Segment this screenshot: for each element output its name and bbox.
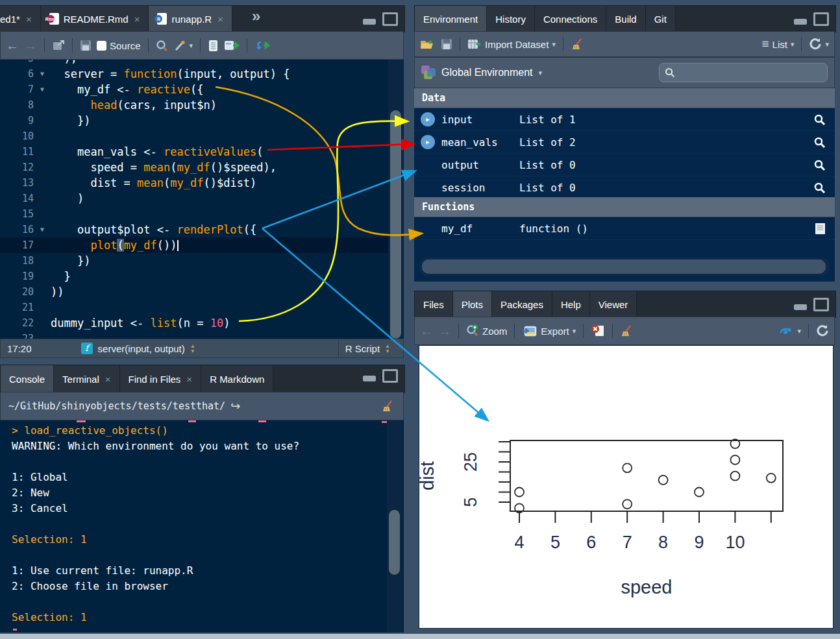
inspect-object-icon[interactable] [813,114,826,126]
source-script-icon[interactable] [254,40,271,51]
minimize-pane-icon[interactable] [363,19,376,25]
code-line-14[interactable]: 14 ) [0,191,388,206]
code-line-6[interactable]: 6▼ server = function(input, output) { [0,66,388,82]
previous-plot-icon[interactable]: ← [420,324,433,337]
tab-files[interactable]: Files [415,291,453,317]
tab-readme-rmd[interactable]: Rmd README.Rmd × [41,6,149,32]
maximize-pane-icon[interactable] [813,298,829,311]
import-dataset-button[interactable]: Import Dataset ▾ [467,38,556,50]
tab-viewer[interactable]: Viewer [590,291,637,317]
environment-object-row-session[interactable]: sessionList of 0 [414,176,835,199]
fold-arrow-icon[interactable]: ▼ [34,222,51,237]
open-new-window-icon[interactable] [52,40,65,51]
code-tools-button[interactable]: ▾ [173,40,193,52]
close-icon[interactable]: × [134,14,140,25]
close-icon[interactable]: × [105,374,111,385]
code-line-8[interactable]: 8 head(cars, input$n) [0,97,388,113]
tab-help[interactable]: Help [552,291,590,317]
next-plot-icon[interactable]: → [438,324,451,337]
code-line-11[interactable]: 11 mean_vals <- reactiveValues( [0,144,388,160]
close-icon[interactable]: × [26,14,32,25]
code-line-13[interactable]: 13 dist = mean(my_df()$dist) [0,175,388,191]
tab-packages[interactable]: Packages [492,291,552,317]
zoom-plot-button[interactable]: Zoom [466,324,507,337]
maximize-pane-icon[interactable] [382,369,398,383]
forward-icon[interactable]: → [24,39,37,52]
inspect-object-icon[interactable] [813,182,826,194]
load-workspace-folder-icon[interactable] [420,38,436,50]
chevron-down-icon[interactable]: ▾ [539,69,543,77]
save-workspace-icon[interactable] [441,38,452,50]
tab-ed1[interactable]: ed1* × [0,6,41,32]
environment-hscrollbar[interactable] [419,258,830,276]
close-icon[interactable]: × [186,374,192,385]
find-replace-icon[interactable] [156,40,168,52]
code-line-7[interactable]: 7▼ my_df <- reactive({ [0,82,388,97]
export-plot-button[interactable]: Export ▾ [522,325,576,337]
inspect-object-icon[interactable] [813,136,826,149]
code-line-23[interactable]: 23 [0,331,388,339]
code-line-9[interactable]: 9 }) [0,113,388,128]
tab-build[interactable]: Build [606,6,645,32]
run-line-icon[interactable] [224,40,240,51]
save-icon[interactable] [80,40,92,51]
environment-search-box[interactable] [659,63,828,82]
tab-r-markdown[interactable]: R Markdown [201,365,273,392]
minimize-pane-icon[interactable] [794,19,807,25]
plot-canvas[interactable]: 45678910525speeddist [419,345,834,629]
fold-arrow-icon[interactable]: ▼ [34,82,51,97]
tab-environment[interactable]: Environment [415,6,487,32]
back-icon[interactable]: ← [6,39,19,52]
environment-object-row-output[interactable]: outputList of 0 [414,154,835,176]
maximize-pane-icon[interactable] [813,12,829,26]
clear-console-broom-icon[interactable] [381,400,395,413]
code-line-12[interactable]: 12 speed = mean(my_df()$speed), [0,160,388,175]
code-line-19[interactable]: 19 } [0,269,388,284]
code-line-22[interactable]: 22dummy_input <- list(n = 10) [0,315,388,331]
refresh-plot-icon[interactable] [816,324,829,337]
console-scrollbar[interactable] [387,420,402,633]
editor-scrollbar[interactable] [388,60,404,339]
environment-object-row-input[interactable]: ▶inputList of 1 [414,108,835,131]
environment-object-row-my_df[interactable]: my_dffunction () [414,217,835,240]
remove-plot-icon[interactable] [591,324,605,337]
code-line-10[interactable]: 10 [0,128,388,144]
tab-connections[interactable]: Connections [535,6,606,32]
tab-find-in-files[interactable]: Find in Files× [120,365,202,392]
tab-history[interactable]: History [487,6,535,32]
clear-all-plots-broom-icon[interactable] [620,324,634,337]
tab-overflow-icon[interactable]: » [232,6,260,32]
tab-console[interactable]: Console [1,365,54,392]
search-input[interactable] [679,67,811,78]
console-output[interactable]: > load_reactive_objects()WARNING: Which … [0,420,404,633]
minimize-pane-icon[interactable] [363,376,376,381]
code-line-16[interactable]: 16▼ output$plot <- renderPlot({ [0,222,388,237]
maximize-pane-icon[interactable] [382,12,398,26]
expand-object-icon[interactable]: ▶ [421,135,435,149]
source-on-save-checkbox[interactable]: Source [97,40,141,51]
code-line-15[interactable]: 15 [0,206,388,222]
view-mode-selector[interactable]: ≡ List ▾ [762,37,795,51]
console-scrollbar-thumb[interactable] [389,510,400,575]
code-line-5[interactable]: 5 ), [0,60,388,66]
clear-workspace-broom-icon[interactable] [571,38,585,51]
function-scope-selector[interactable]: server(input, output) [98,343,185,354]
publish-plot-button[interactable]: ▾ [778,325,801,337]
expand-object-icon[interactable]: ▶ [421,112,435,127]
code-line-21[interactable]: 21 [0,300,388,315]
refresh-environment-button[interactable]: ▾ [809,38,829,51]
tab-runapp-r[interactable]: R runapp.R × [149,6,232,32]
environment-hscrollbar-thumb[interactable] [422,259,826,274]
environment-object-row-mean_vals[interactable]: ▶mean_valsList of 2 [414,131,835,154]
inspect-object-icon[interactable] [813,159,826,171]
tab-git[interactable]: Git [646,6,676,32]
tab-plots[interactable]: Plots [453,291,492,317]
goto-directory-icon[interactable]: ↪ [230,399,240,413]
view-source-icon[interactable] [815,223,826,235]
fold-arrow-icon[interactable]: ▼ [34,66,51,82]
editor-scrollbar-thumb[interactable] [390,110,401,339]
document-type-selector[interactable]: R Script ▲▼ [338,339,397,357]
compile-notebook-icon[interactable] [208,40,219,52]
minimize-pane-icon[interactable] [794,304,807,310]
code-line-18[interactable]: 18 }) [0,253,388,269]
